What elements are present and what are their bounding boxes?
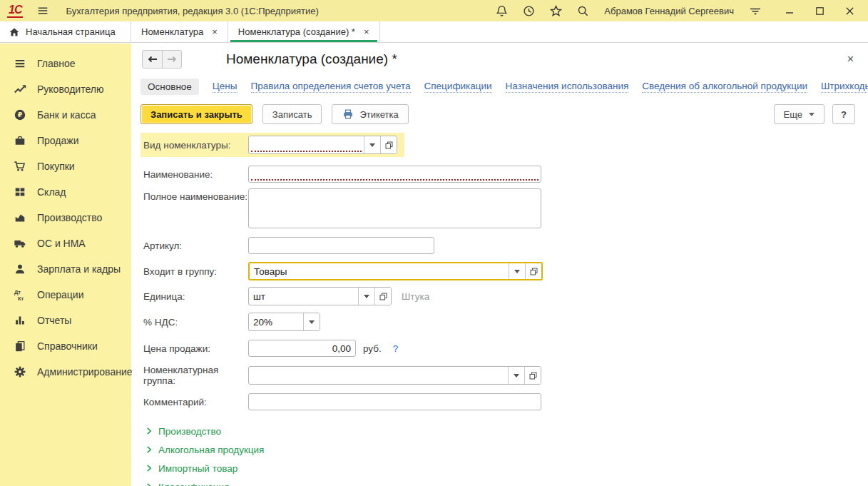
tab-home[interactable]: Начальная страница [0,21,131,42]
sidebar-item-os-i-nma[interactable]: ОС и НМА [0,231,131,255]
favorites-star-icon[interactable] [547,2,564,19]
field-row-article: Артикул: [143,237,868,254]
history-nav-group [142,50,182,69]
vid-input[interactable] [249,136,364,153]
nom-group-dropdown-arrow-icon[interactable] [508,367,524,384]
section-importnyj-tovar[interactable]: Импортный товар [145,459,868,477]
sidebar-item-label: Покупки [37,161,75,172]
sidebar-item-sklad[interactable]: Склад [0,179,131,204]
form-nav-links: Основное Цены Правила определения счетов… [132,69,868,95]
unit-dropdown-arrow-icon[interactable] [358,288,374,305]
close-tab-icon[interactable]: × [364,27,369,36]
sidebar-item-rukovoditelyu[interactable]: Руководителю [0,76,131,101]
history-icon[interactable] [520,2,537,19]
minimize-icon[interactable] [781,2,798,19]
tab-label: Начальная страница [26,26,116,37]
unit-hint: Штука [402,291,429,302]
sidebar-item-label: Операции [37,289,84,300]
vat-input[interactable] [249,313,303,330]
tab-nomenklatura-create[interactable]: Номенклатура (создание) * × [228,21,380,42]
nav-alkogolnaya[interactable]: Сведения об алкогольной продукции [642,81,807,93]
nav-shtrihkody[interactable]: Штрихкоды [821,81,868,93]
search-icon[interactable] [574,2,591,19]
save-and-close-button[interactable]: Записать и закрыть [141,104,252,124]
unit-combo [248,287,392,305]
books-icon [13,339,27,353]
nav-osnovnoe[interactable]: Основное [141,79,199,95]
more-button[interactable]: Еще [774,104,824,124]
close-window-icon[interactable] [841,2,858,19]
sidebar-item-prodazhi[interactable]: Продажи [0,128,131,153]
settings-menu-icon[interactable] [747,2,764,19]
article-input[interactable] [249,238,434,253]
comment-input[interactable] [249,394,541,410]
nom-group-open-picker-icon[interactable] [524,367,541,384]
vid-open-picker-icon[interactable] [380,136,397,153]
sidebar-item-glavnoe[interactable]: Главное [0,51,131,76]
tab-nomenklatura[interactable]: Номенклатура × [131,21,228,42]
main-menu-icon[interactable] [34,2,51,19]
name-input[interactable] [249,166,541,182]
vat-dropdown-arrow-icon[interactable] [303,313,320,330]
forward-arrow-icon[interactable] [162,51,181,68]
menu-lines-icon [13,56,27,71]
field-row-group: Входит в группу: [143,262,868,280]
close-tab-icon[interactable]: × [212,27,218,36]
maximize-icon[interactable] [811,2,828,19]
price-input[interactable] [249,340,355,356]
vid-dropdown-arrow-icon[interactable] [364,136,380,153]
close-form-icon[interactable]: × [847,54,854,65]
notifications-bell-icon[interactable] [493,2,510,19]
sidebar-item-proizvodstvo[interactable]: Производство [0,205,131,230]
chevron-right-icon [145,427,153,435]
titlebar-actions: Абрамов Геннадий Сергеевич [493,2,862,19]
form-toolbar: Записать и закрыть Записать Этикетка Еще… [132,95,868,124]
tab-label: Номенклатура [141,26,203,37]
full-name-textarea[interactable] [249,189,541,228]
nav-naznacheniya[interactable]: Назначения использования [506,81,629,93]
section-proizvodstvo[interactable]: Производство [145,422,868,440]
vat-label: % НДС: [143,317,248,328]
section-klassifikaciya[interactable]: Классификация [145,477,868,486]
chevron-right-icon [145,445,153,454]
group-label: Входит в группу: [143,266,248,277]
group-dropdown-arrow-icon[interactable] [509,263,525,279]
field-row-vid: Вид номенклатуры: [141,133,404,157]
price-help-link[interactable]: ? [393,343,399,354]
sidebar-item-label: Администрирование [37,366,133,378]
chevron-right-icon [145,482,153,486]
field-row-comment: Комментарий: [143,393,868,410]
section-label: Алкогольная продукция [158,445,264,455]
sidebar-item-administrirovanie[interactable]: Администрирование [0,359,131,384]
help-button[interactable]: ? [832,104,855,124]
sidebar-item-label: Отчеты [37,315,71,326]
label-print-button[interactable]: Этикетка [332,104,408,124]
group-input[interactable] [250,263,509,279]
sidebar-item-operacii[interactable]: ДтКт Операции [0,282,131,307]
comment-label: Комментарий: [143,397,248,407]
unit-open-picker-icon[interactable] [374,288,391,305]
nav-ceny[interactable]: Цены [213,81,238,93]
sidebar-item-zarplata-i-kadry[interactable]: Зарплата и кадры [0,256,131,281]
currency-label: руб. [363,343,382,354]
nav-pravila-schetov[interactable]: Правила определения счетов учета [251,81,411,93]
back-arrow-icon[interactable] [143,51,162,68]
vid-label: Вид номенклатуры: [143,140,248,151]
unit-input[interactable] [249,288,358,305]
nom-group-input[interactable] [249,367,508,384]
sidebar-item-pokupki[interactable]: Покупки [0,153,131,178]
nav-specifikacii[interactable]: Спецификации [424,81,492,93]
svg-text:Дт: Дт [14,288,21,295]
sidebar-item-label: Справочники [37,340,98,352]
group-open-picker-icon[interactable] [525,263,541,279]
field-row-unit: Единица: Штука [143,287,868,305]
save-button[interactable]: Записать [262,104,322,124]
name-label: Наименование: [143,169,248,180]
current-user[interactable]: Абрамов Геннадий Сергеевич [604,6,734,16]
sidebar-item-otchety[interactable]: Отчеты [0,308,131,333]
sidebar-item-spravochniki[interactable]: Справочники [0,333,131,358]
sidebar-item-bank-i-kassa[interactable]: ₽ Банк и касса [0,102,131,127]
section-label: Классификация [158,482,229,486]
briefcase-icon [13,133,27,148]
section-alkogolnaya-produkciya[interactable]: Алкогольная продукция [145,440,868,459]
